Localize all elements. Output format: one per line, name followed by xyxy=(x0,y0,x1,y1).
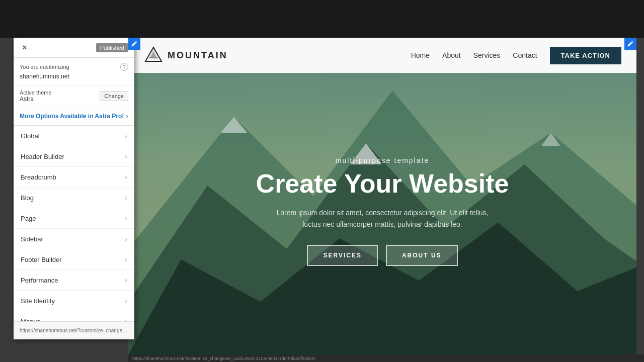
menu-item-header-builder[interactable]: Header Builder › xyxy=(14,146,134,167)
menu-item-footer-builder[interactable]: Footer Builder › xyxy=(14,249,134,270)
change-theme-button[interactable]: Change xyxy=(100,91,128,101)
help-icon[interactable]: ? xyxy=(120,63,128,71)
hero-section: MOUNTAIN Home About Services Contact TAK… xyxy=(128,38,636,354)
hero-subtitle: multi-purpose template xyxy=(256,156,509,164)
menu-item-label: Global xyxy=(21,132,40,140)
hero-services-button[interactable]: SERVICES xyxy=(307,245,377,266)
hero-buttons: SERVICES ABOUT US xyxy=(256,245,509,266)
customizer-footer: https://shanehummus.net/?customize_chang… xyxy=(14,321,134,339)
menu-item-performance[interactable]: Performance › xyxy=(14,270,134,291)
customizing-label: You are customizing xyxy=(20,64,69,70)
customizer-info: You are customizing ? shanehummus.net xyxy=(14,58,134,85)
menu-item-label: Site Identity xyxy=(21,297,55,305)
menu-item-breadcrumb[interactable]: Breadcrumb › xyxy=(14,167,134,188)
footer-url: https://shanehummus.net/?customize_chang… xyxy=(20,328,128,333)
preview-area: MOUNTAIN Home About Services Contact TAK… xyxy=(128,38,636,354)
menu-item-label: Breadcrumb xyxy=(21,173,56,181)
astra-pro-chevron: › xyxy=(126,112,128,120)
menu-chevron-icon: › xyxy=(125,132,127,140)
theme-name: Astra xyxy=(20,96,52,103)
published-badge: Published xyxy=(96,43,128,52)
nav-home[interactable]: Home xyxy=(411,51,430,59)
nav-about[interactable]: About xyxy=(442,51,461,59)
menu-item-label: Page xyxy=(21,215,36,222)
menu-item-menus[interactable]: Menus › xyxy=(14,311,134,321)
menu-chevron-icon: › xyxy=(125,297,127,305)
menu-item-label: Footer Builder xyxy=(21,256,62,263)
nav-services[interactable]: Services xyxy=(473,51,501,59)
customizer-topbar xyxy=(0,0,644,38)
menu-chevron-icon: › xyxy=(125,235,127,243)
nav-contact[interactable]: Contact xyxy=(513,51,537,59)
menu-chevron-icon: › xyxy=(125,173,127,181)
menu-item-blog[interactable]: Blog › xyxy=(14,188,134,208)
menu-chevron-icon: › xyxy=(125,194,127,202)
site-logo: MOUNTAIN xyxy=(143,45,228,65)
edit-top-left-btn[interactable] xyxy=(128,38,140,50)
menu-item-site-identity[interactable]: Site Identity › xyxy=(14,291,134,311)
menu-item-label: Header Builder xyxy=(21,153,64,160)
site-nav: Home About Services Contact TAKE ACTION xyxy=(411,47,621,64)
cta-wrapper: TAKE ACTION xyxy=(550,47,621,64)
hero-title: Create Your Website xyxy=(256,169,509,198)
menu-chevron-icon: › xyxy=(125,276,127,284)
logo-icon xyxy=(143,45,164,65)
bottom-bar: https://shanehummus.net/?customize_chang… xyxy=(128,354,644,362)
menu-item-label: Sidebar xyxy=(21,235,43,243)
astra-pro-text: More Options Available in Astra Pro! xyxy=(20,113,124,120)
site-url: shanehummus.net xyxy=(20,73,128,80)
customizer-menu: Global › Header Builder › Breadcrumb › B… xyxy=(14,126,134,321)
menu-chevron-icon: › xyxy=(125,255,127,263)
customizer-header: × Published xyxy=(14,38,134,58)
menu-chevron-icon: › xyxy=(125,152,127,160)
hero-about-button[interactable]: ABOUT US xyxy=(386,245,458,266)
theme-row: Active theme Astra Change xyxy=(14,85,134,107)
bottom-url-text: https://shanehummus.net/?customize_chang… xyxy=(132,356,315,361)
close-button[interactable]: × xyxy=(20,43,30,53)
customizer-panel: × Published You are customizing ? shaneh… xyxy=(14,38,134,339)
site-header: MOUNTAIN Home About Services Contact TAK… xyxy=(128,38,636,73)
theme-label: Active theme xyxy=(20,89,52,96)
menu-item-global[interactable]: Global › xyxy=(14,126,134,146)
hero-content: multi-purpose template Create Your Websi… xyxy=(256,126,509,266)
logo-text: MOUNTAIN xyxy=(168,50,228,61)
menu-item-sidebar[interactable]: Sidebar › xyxy=(14,229,134,249)
hero-description: Lorem ipsum dolor sit amet, consectetur … xyxy=(269,207,496,230)
astra-pro-banner[interactable]: More Options Available in Astra Pro! › xyxy=(14,107,134,126)
nav-cta-button[interactable]: TAKE ACTION xyxy=(550,47,621,64)
menu-chevron-icon: › xyxy=(125,317,127,321)
menu-item-label: Menus xyxy=(21,318,40,322)
menu-item-label: Blog xyxy=(21,194,34,202)
menu-chevron-icon: › xyxy=(125,214,127,222)
menu-item-label: Performance xyxy=(21,277,58,284)
edit-top-right-btn[interactable] xyxy=(624,38,636,50)
menu-item-page[interactable]: Page › xyxy=(14,208,134,229)
